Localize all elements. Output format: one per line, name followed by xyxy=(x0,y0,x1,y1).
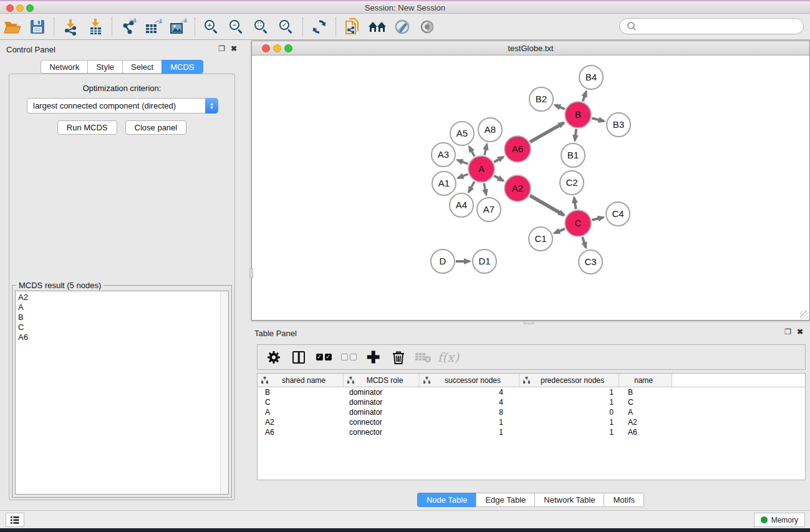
search-input[interactable] xyxy=(640,20,803,32)
close-panel-icon[interactable]: ✖ xyxy=(231,44,237,53)
zoom-out-icon[interactable]: − xyxy=(224,16,249,38)
table-cell[interactable]: B xyxy=(258,387,344,397)
column-header[interactable]: name xyxy=(619,374,672,387)
resize-grip-icon[interactable] xyxy=(800,311,809,319)
tab-mcds[interactable]: MCDS xyxy=(162,60,203,74)
graph-node-B[interactable]: B xyxy=(565,102,591,128)
zoom-selected-icon[interactable]: ✓ xyxy=(274,16,299,38)
graph-node-D1[interactable]: D1 xyxy=(473,249,496,273)
table-close-icon[interactable]: ✖ xyxy=(797,327,803,336)
table-cell[interactable]: 1 xyxy=(519,417,619,427)
table-cell[interactable]: dominator xyxy=(344,407,420,417)
zoom-fit-icon[interactable]: ⛶ xyxy=(249,16,274,38)
result-item[interactable]: A6 xyxy=(18,332,218,342)
home-icon[interactable] xyxy=(365,16,390,38)
zoom-in-icon[interactable]: + xyxy=(199,16,224,38)
table-row[interactable]: A2connector11A2 xyxy=(258,417,805,427)
run-mcds-button[interactable]: Run MCDS xyxy=(57,120,117,135)
table-cell[interactable]: connector xyxy=(344,427,420,437)
graph-edge-B-B2[interactable] xyxy=(555,105,565,109)
table-cell[interactable]: 1 xyxy=(420,427,519,437)
annotation-hide-icon[interactable] xyxy=(390,16,415,38)
tab-select[interactable]: Select xyxy=(122,60,162,74)
close-panel-button[interactable]: Close panel xyxy=(125,120,187,135)
clone-network-icon[interactable] xyxy=(340,16,365,38)
graph-node-C2[interactable]: C2 xyxy=(560,171,584,195)
table-cell[interactable]: 1 xyxy=(519,387,619,397)
graph-node-C[interactable]: C xyxy=(565,210,591,236)
refresh-icon[interactable] xyxy=(307,16,332,38)
table-cell[interactable]: 8 xyxy=(420,407,519,417)
result-item[interactable]: C xyxy=(18,322,218,332)
column-view-icon[interactable] xyxy=(287,347,310,368)
export-table-icon[interactable] xyxy=(141,16,166,38)
table-cell[interactable]: A xyxy=(619,407,672,417)
column-header[interactable]: shared name xyxy=(258,374,344,387)
table-cell[interactable]: C xyxy=(258,397,344,407)
tab-style[interactable]: Style xyxy=(87,60,122,74)
function-builder-icon[interactable]: f(x) xyxy=(437,347,460,368)
graph-node-D[interactable]: D xyxy=(431,249,455,273)
select-all-icon[interactable]: ✓✓ xyxy=(312,347,335,368)
column-header[interactable]: predecessor nodes xyxy=(519,374,619,387)
graph-edge-B-B1[interactable] xyxy=(575,129,576,140)
table-row[interactable]: Cdominator41C xyxy=(258,397,805,407)
network-canvas[interactable]: B4B2BB3A8A5A6A3B1AC2A1A2A4A7C4CC1C3DD1 xyxy=(252,56,809,320)
graph-edge-A-A2[interactable] xyxy=(494,176,503,181)
graph-node-A6[interactable]: A6 xyxy=(504,136,531,162)
delete-column-icon[interactable] xyxy=(387,347,410,368)
table-row[interactable]: Bdominator41B xyxy=(258,387,805,397)
table-cell[interactable]: connector xyxy=(344,417,420,427)
memory-button[interactable]: Memory xyxy=(754,513,805,527)
tab-network[interactable]: Network xyxy=(41,60,87,74)
graph-edge-A-A5[interactable] xyxy=(469,147,475,157)
unselect-all-icon[interactable] xyxy=(337,347,360,368)
export-network-icon[interactable] xyxy=(116,16,141,38)
graph-edge-C-C3[interactable] xyxy=(582,237,586,248)
result-item[interactable]: A2 xyxy=(18,293,218,302)
float-panel-icon[interactable]: ❐ xyxy=(218,44,225,53)
graph-node-A[interactable]: A xyxy=(468,156,494,182)
graph-edge-C-C2[interactable] xyxy=(574,198,576,210)
graph-edge-A2-C[interactable] xyxy=(530,195,564,215)
column-header[interactable]: MCDS role xyxy=(344,374,420,387)
column-header[interactable]: successor nodes xyxy=(420,374,519,387)
table-cell[interactable]: A2 xyxy=(258,417,344,427)
graph-edge-A-A8[interactable] xyxy=(485,144,487,155)
table-row[interactable]: A6connector11A6 xyxy=(258,427,805,437)
graph-edge-C-C1[interactable] xyxy=(554,229,565,233)
export-image-icon[interactable] xyxy=(166,16,191,38)
tab-motifs[interactable]: Motifs xyxy=(604,493,644,507)
tab-node-table[interactable]: Node Table xyxy=(417,493,476,507)
eye-icon[interactable] xyxy=(415,16,440,38)
delete-table-icon[interactable] xyxy=(412,347,435,368)
result-item[interactable]: A xyxy=(18,302,218,312)
graph-edge-A-A3[interactable] xyxy=(457,160,468,163)
table-cell[interactable]: 1 xyxy=(519,427,619,437)
graph-edge-A-A6[interactable] xyxy=(494,157,503,162)
table-cell[interactable]: A2 xyxy=(619,417,672,427)
table-row[interactable]: Adominator80A xyxy=(258,407,805,417)
graph-node-B4[interactable]: B4 xyxy=(579,65,603,89)
graph-edge-A-A1[interactable] xyxy=(458,174,468,178)
table-cell[interactable]: A6 xyxy=(619,427,672,437)
graph-edge-A-A7[interactable] xyxy=(484,183,486,195)
table-cell[interactable]: 4 xyxy=(420,387,519,397)
add-column-icon[interactable]: ✚ xyxy=(362,347,385,368)
graph-node-C4[interactable]: C4 xyxy=(606,202,630,226)
table-cell[interactable]: B xyxy=(619,387,672,397)
graph-edge-B-B4[interactable] xyxy=(583,92,586,102)
import-table-icon[interactable] xyxy=(83,16,108,38)
graph-edge-C-C4[interactable] xyxy=(592,217,603,220)
splitter-handle-left[interactable] xyxy=(249,268,253,278)
graph-node-A4[interactable]: A4 xyxy=(450,193,473,217)
network-window-titlebar[interactable]: testGlobe.txt xyxy=(252,41,809,56)
graph-node-B3[interactable]: B3 xyxy=(607,113,630,137)
graph-edge-A-A4[interactable] xyxy=(469,181,475,192)
open-session-icon[interactable] xyxy=(0,16,25,38)
splitter-handle-bottom[interactable] xyxy=(524,321,534,324)
task-history-button[interactable] xyxy=(6,513,24,527)
tab-edge-table[interactable]: Edge Table xyxy=(476,493,534,507)
gear-icon[interactable] xyxy=(263,347,285,368)
graph-node-A1[interactable]: A1 xyxy=(432,172,456,195)
